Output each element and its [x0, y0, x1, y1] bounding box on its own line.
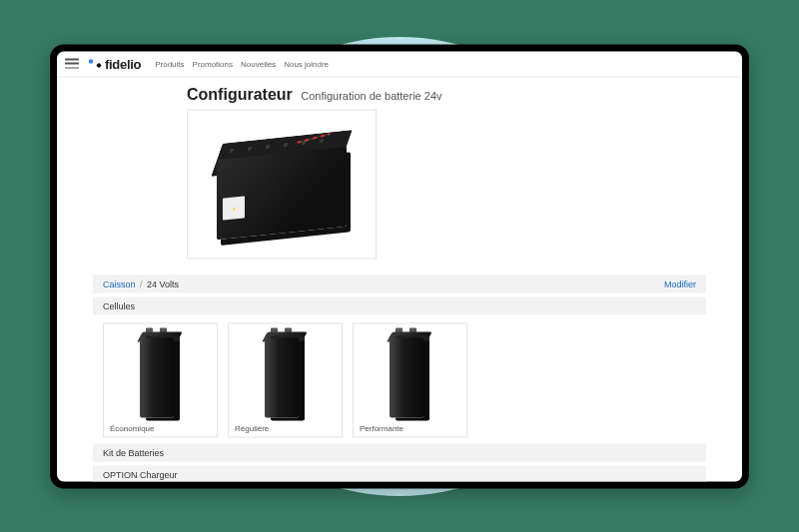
- section-header-cellules: Cellules: [93, 296, 706, 314]
- product-hero-image: ⚡: [187, 109, 377, 259]
- cells-options-row: Économique Régulière P: [93, 314, 706, 443]
- cell-label: Performante: [360, 423, 403, 432]
- cell-option-reguliere[interactable]: Régulière: [228, 322, 343, 437]
- cell-label: Régulière: [235, 423, 269, 432]
- section-header-option-chargeur[interactable]: OPTION Chargeur: [93, 465, 706, 481]
- breadcrumb-voltage: 24 Volts: [147, 278, 179, 288]
- section-title-option: OPTION Chargeur: [103, 469, 178, 479]
- battery-illustration: ⚡: [207, 129, 357, 239]
- cell-label: Économique: [110, 423, 154, 432]
- cell-option-performante[interactable]: Performante: [353, 322, 467, 437]
- nav-item-nouvelles[interactable]: Nouvelles: [241, 59, 276, 68]
- breadcrumb: Caisson / 24 Volts: [103, 278, 179, 288]
- logo-mark-icon: [89, 58, 101, 70]
- configurator-area: Caisson / 24 Volts Modifier Cellules Éco…: [93, 274, 706, 481]
- breadcrumb-separator: /: [140, 278, 143, 288]
- cell-option-economique[interactable]: Économique: [103, 322, 218, 437]
- page-subtitle: Configuration de batterie 24v: [301, 89, 441, 101]
- page-title: Configurateur: [187, 85, 293, 102]
- top-nav: Produits Promotions Nouvelles Nous joind…: [155, 59, 329, 68]
- nav-item-produits[interactable]: Produits: [155, 59, 184, 68]
- modify-link[interactable]: Modifier: [664, 278, 696, 288]
- app-window: fidelio Produits Promotions Nouvelles No…: [50, 44, 749, 488]
- breadcrumb-caisson[interactable]: Caisson: [103, 278, 136, 288]
- breadcrumb-bar: Caisson / 24 Volts Modifier: [93, 274, 706, 292]
- nav-item-promotions[interactable]: Promotions: [193, 59, 233, 68]
- page-content: Configurateur Configuration de batterie …: [57, 77, 742, 481]
- cell-image: [126, 329, 196, 419]
- section-title-cellules: Cellules: [103, 300, 135, 310]
- app-header: fidelio Produits Promotions Nouvelles No…: [57, 51, 742, 77]
- brand-name: fidelio: [105, 56, 141, 71]
- brand-logo[interactable]: fidelio: [89, 56, 141, 71]
- section-header-kit[interactable]: Kit de Batteries: [93, 443, 706, 461]
- hamburger-menu-icon[interactable]: [65, 59, 79, 69]
- page-title-row: Configurateur Configuration de batterie …: [57, 85, 742, 109]
- cell-image: [251, 329, 321, 419]
- section-title-kit: Kit de Batteries: [103, 447, 164, 457]
- nav-item-nousjoindre[interactable]: Nous joindre: [284, 59, 329, 68]
- cell-image: [376, 329, 445, 419]
